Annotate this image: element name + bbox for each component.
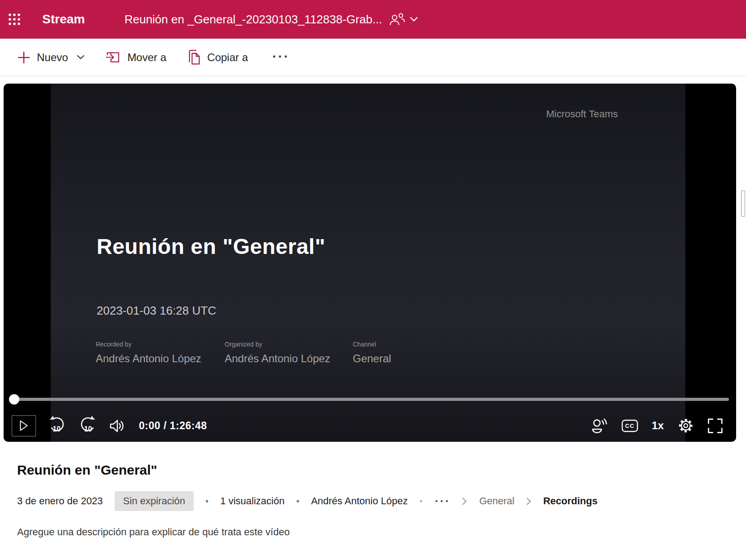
- rewind-10-icon: 10: [48, 415, 67, 436]
- transcript-icon: [591, 418, 608, 433]
- volume-button[interactable]: [109, 419, 125, 433]
- organized-by-value: Andrés Antonio López: [225, 352, 330, 365]
- description-field[interactable]: Agregue una descripción para explicar de…: [17, 526, 729, 538]
- people-icon: [389, 13, 405, 26]
- video-details-title: Reunión en "General": [17, 462, 729, 478]
- copy-icon: [187, 49, 201, 65]
- volume-icon: [109, 419, 125, 433]
- seek-playhead[interactable]: [9, 394, 19, 404]
- breadcrumb-chevron-icon: [462, 498, 467, 505]
- command-toolbar: Nuevo Mover a Copiar a ···: [0, 39, 746, 76]
- controls-right: CC 1x: [591, 417, 723, 434]
- video-overlay-title: Reunión en "General": [97, 234, 325, 259]
- channel-column: Channel General: [353, 341, 391, 365]
- svg-text:10: 10: [53, 425, 61, 433]
- copy-to-label: Copiar a: [207, 51, 248, 64]
- breadcrumb-general[interactable]: General: [479, 495, 514, 507]
- channel-label: Channel: [353, 341, 391, 348]
- video-overlay-datetime: 2023-01-03 16:28 UTC: [97, 304, 216, 318]
- move-to-icon: [105, 50, 121, 64]
- channel-value: General: [353, 352, 391, 365]
- play-button[interactable]: [12, 415, 36, 436]
- transcript-button[interactable]: [591, 418, 608, 433]
- recorded-by-column: Recorded by Andrés Antonio López: [96, 341, 201, 365]
- captions-button[interactable]: CC: [622, 419, 638, 432]
- video-frame: Microsoft Teams Reunión en "General" 202…: [51, 84, 685, 442]
- small-dot-separator: ·: [419, 495, 423, 507]
- suite-header: Stream Reunión en _General_-20230103_112…: [0, 0, 746, 39]
- recorded-by-value: Andrés Antonio López: [96, 352, 201, 365]
- move-to-label: Mover a: [127, 51, 166, 64]
- dot-separator: •: [205, 496, 209, 507]
- expiration-badge: Sin expiración: [115, 491, 194, 511]
- move-to-button[interactable]: Mover a: [99, 46, 173, 69]
- video-player[interactable]: Microsoft Teams Reunión en "General" 202…: [4, 84, 736, 442]
- player-controls: 10 10 0:00 / 1:26:48: [12, 412, 723, 440]
- rewind-10-button[interactable]: 10: [48, 415, 67, 436]
- video-details: Reunión en "General" 3 de enero de 2023 …: [0, 442, 746, 538]
- video-meta-row: 3 de enero de 2023 Sin expiración • 1 vi…: [17, 491, 729, 511]
- app-launcher-button[interactable]: [0, 0, 29, 39]
- new-button[interactable]: Nuevo: [11, 46, 91, 69]
- scrollbar-thumb[interactable]: [741, 191, 745, 217]
- teams-watermark: Microsoft Teams: [546, 108, 618, 120]
- forward-10-button[interactable]: 10: [78, 415, 97, 436]
- seek-bar[interactable]: [10, 394, 729, 404]
- fullscreen-icon: [708, 418, 723, 433]
- app-name[interactable]: Stream: [42, 12, 85, 27]
- breadcrumb-recordings[interactable]: Recordings: [543, 495, 598, 507]
- chevron-down-icon: [77, 55, 84, 60]
- forward-10-icon: 10: [78, 415, 97, 436]
- chevron-down-icon: [410, 17, 418, 22]
- waffle-icon: [8, 13, 21, 26]
- video-title-header: Reunión en _General_-20230103_112838-Gra…: [124, 13, 382, 27]
- breadcrumb-overflow[interactable]: ···: [435, 498, 450, 504]
- author-name: Andrés Antonio López: [311, 495, 408, 507]
- settings-icon: [677, 417, 694, 434]
- fullscreen-button[interactable]: [708, 418, 723, 433]
- captions-icon: CC: [622, 419, 638, 432]
- play-icon: [19, 420, 29, 431]
- organized-by-column: Organized by Andrés Antonio López: [225, 341, 330, 365]
- copy-to-button[interactable]: Copiar a: [181, 45, 254, 70]
- seek-track[interactable]: [10, 398, 729, 401]
- playback-speed-button[interactable]: 1x: [652, 419, 664, 432]
- new-button-label: Nuevo: [37, 51, 68, 64]
- plus-icon: [17, 51, 31, 64]
- settings-button[interactable]: [677, 417, 694, 434]
- controls-left: 10 10 0:00 / 1:26:48: [12, 415, 207, 436]
- organized-by-label: Organized by: [225, 341, 330, 348]
- breadcrumb-chevron-icon: [526, 498, 532, 505]
- publish-date: 3 de enero de 2023: [17, 495, 103, 507]
- svg-text:10: 10: [84, 425, 92, 433]
- view-count: 1 visualización: [220, 495, 284, 507]
- time-display: 0:00 / 1:26:48: [139, 420, 207, 432]
- more-commands-button[interactable]: ···: [266, 48, 296, 67]
- dot-separator: •: [296, 496, 299, 507]
- permissions-button[interactable]: [389, 13, 418, 26]
- more-icon: ···: [272, 52, 290, 61]
- recorded-by-label: Recorded by: [96, 341, 201, 348]
- captions-label: CC: [625, 422, 635, 429]
